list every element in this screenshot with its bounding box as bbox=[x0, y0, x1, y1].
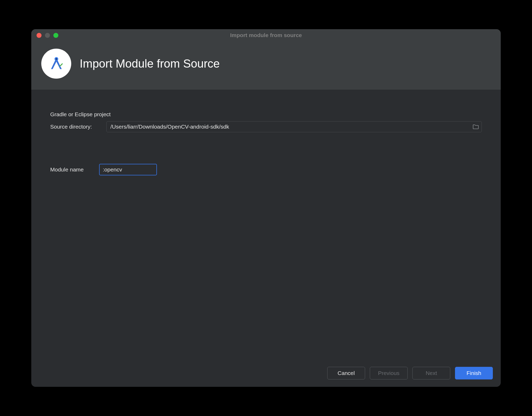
dialog-window: Import module from source Import Module … bbox=[31, 29, 501, 387]
folder-icon bbox=[473, 124, 479, 129]
previous-button: Previous bbox=[370, 367, 408, 379]
module-name-input[interactable] bbox=[99, 164, 157, 175]
dialog-title: Import Module from Source bbox=[80, 57, 220, 70]
source-directory-input[interactable] bbox=[106, 121, 482, 132]
module-name-label: Module name bbox=[50, 166, 99, 173]
source-directory-label: Source directory: bbox=[50, 124, 106, 130]
close-icon[interactable] bbox=[37, 33, 42, 38]
maximize-icon[interactable] bbox=[53, 33, 58, 38]
section-label: Gradle or Eclipse project bbox=[50, 111, 482, 118]
module-name-row: Module name bbox=[50, 164, 482, 175]
source-directory-input-wrap bbox=[106, 121, 482, 132]
source-directory-row: Source directory: bbox=[50, 121, 482, 132]
titlebar: Import module from source bbox=[31, 29, 501, 41]
browse-folder-button[interactable] bbox=[472, 123, 479, 130]
traffic-lights bbox=[31, 33, 58, 38]
android-studio-icon bbox=[41, 49, 71, 79]
dialog-content: Gradle or Eclipse project Source directo… bbox=[31, 90, 501, 362]
dialog-header: Import Module from Source bbox=[31, 41, 501, 90]
next-button: Next bbox=[412, 367, 450, 379]
window-title: Import module from source bbox=[230, 32, 302, 38]
dialog-footer: Cancel Previous Next Finish bbox=[31, 362, 501, 387]
minimize-icon bbox=[45, 33, 50, 38]
finish-button[interactable]: Finish bbox=[455, 367, 493, 379]
svg-point-1 bbox=[55, 58, 57, 60]
compass-icon bbox=[48, 55, 65, 72]
cancel-button[interactable]: Cancel bbox=[327, 367, 365, 379]
